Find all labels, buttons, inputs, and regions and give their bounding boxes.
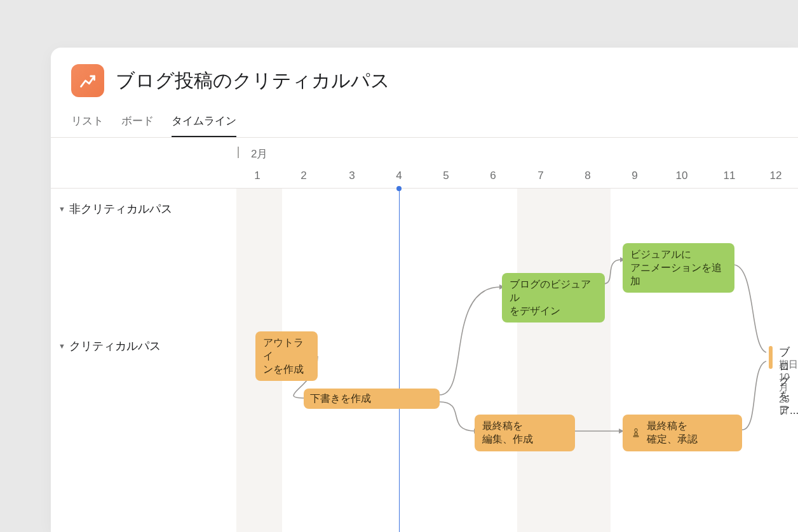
day-8: 8 <box>585 170 590 182</box>
month-start-tick <box>238 147 239 158</box>
day-1: 1 <box>254 170 260 182</box>
day-9: 9 <box>632 170 637 182</box>
stamp-icon <box>630 427 642 439</box>
project-chart-icon[interactable] <box>71 64 104 97</box>
task-animate-visual[interactable]: ビジュアルに アニメーションを追加 <box>623 243 734 293</box>
task-label-line: 確定、承認 <box>647 433 698 446</box>
dependency-lines <box>51 189 798 532</box>
day-5: 5 <box>443 170 449 182</box>
day-2: 2 <box>301 170 306 182</box>
task-label-line: をデザイン <box>510 305 597 318</box>
tab-list[interactable]: リスト <box>71 114 104 137</box>
view-tabs: リスト ボード タイムライン <box>71 114 778 137</box>
chevron-down-icon: ▼ <box>58 205 65 213</box>
day-3: 3 <box>349 170 355 182</box>
app-window: ブログ投稿のクリティカルパス リスト ボード タイムライン 2月 1 2 3 4… <box>51 48 798 532</box>
task-label-line: 最終稿を <box>647 420 698 433</box>
tab-board[interactable]: ボード <box>121 114 154 137</box>
task-edit-final[interactable]: 最終稿を 編集、作成 <box>475 415 575 451</box>
milestone-bar[interactable] <box>769 346 773 369</box>
task-design-visual[interactable]: ブログのビジュアル をデザイン <box>502 273 605 323</box>
task-label-line: 編集、作成 <box>482 433 533 446</box>
task-label-line: アニメーションを追加 <box>630 262 727 288</box>
day-4: 4 <box>396 170 402 182</box>
today-line <box>399 189 400 532</box>
section-critical[interactable]: ▼ クリティカルパス <box>58 338 161 354</box>
timeline-date-header: 2月 1 2 3 4 5 6 7 8 9 10 11 12 13 <box>51 138 798 189</box>
day-6: 6 <box>490 170 496 182</box>
month-label: 2月 <box>251 147 267 161</box>
day-12: 12 <box>770 170 782 182</box>
task-approve-final[interactable]: 最終稿を 確定、承認 <box>623 415 742 451</box>
milestone-due: 期日 10月 25日 <box>779 359 798 416</box>
day-numbers: 1 2 3 4 5 6 7 8 9 10 11 12 13 <box>51 170 798 187</box>
day-11: 11 <box>724 170 736 182</box>
task-label-line: 最終稿を <box>482 420 533 433</box>
chevron-down-icon: ▼ <box>58 342 65 350</box>
timeline-body[interactable]: ▼ 非クリティカルパス ▼ クリティカルパス <box>51 189 798 532</box>
task-label-line: アウトライ <box>263 336 310 363</box>
day-7: 7 <box>538 170 543 182</box>
weekend-shade <box>517 189 611 532</box>
task-outline[interactable]: アウトライ ンを作成 <box>255 331 318 381</box>
task-draft[interactable]: 下書きを作成 <box>304 389 440 409</box>
page-title: ブログ投稿のクリティカルパス <box>116 68 390 94</box>
section-label: 非クリティカルパス <box>69 201 172 216</box>
title-row: ブログ投稿のクリティカルパス <box>71 64 778 97</box>
header: ブログ投稿のクリティカルパス リスト ボード タイムライン <box>51 48 798 137</box>
task-label-line: ブログのビジュアル <box>510 278 597 305</box>
task-label-line: ンを作成 <box>263 363 310 376</box>
task-label-line: ビジュアルに <box>630 248 727 262</box>
section-label: クリティカルパス <box>69 338 161 354</box>
day-10: 10 <box>676 170 688 182</box>
chart-icon <box>79 72 97 90</box>
tab-timeline[interactable]: タイムライン <box>172 114 236 137</box>
section-non-critical[interactable]: ▼ 非クリティカルパス <box>58 201 172 216</box>
task-label: 下書きを作成 <box>310 392 371 406</box>
